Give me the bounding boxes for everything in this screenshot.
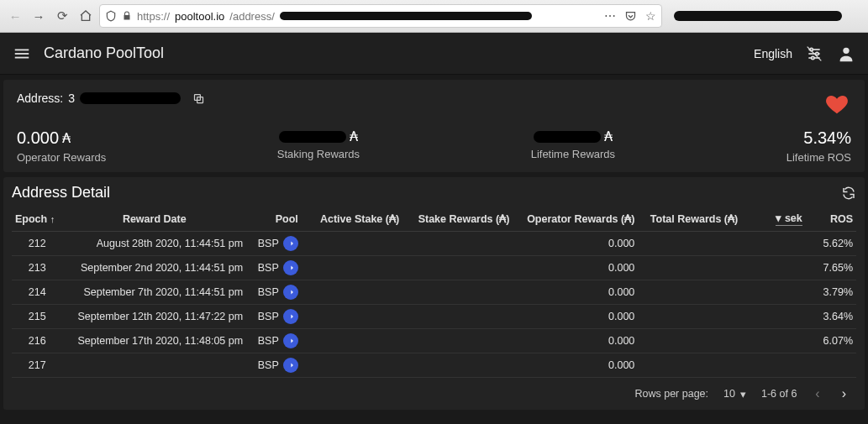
cell-ros: 7.65% [806,256,856,280]
cell-pool: BSP [246,256,302,280]
refresh-icon[interactable] [841,186,856,201]
url-host: pooltool.io [175,10,224,23]
cell-operator-rewards: 0.000 [513,353,638,378]
cell-pool: BSP [246,329,302,353]
table-row[interactable]: 214September 7th 2020, 11:44:51 pmBSP0.0… [12,280,856,305]
app-header: Cardano PoolTool English [0,33,868,75]
pool-link-icon[interactable] [283,333,298,348]
home-button[interactable] [76,6,96,26]
col-pool[interactable]: Pool [246,207,302,232]
sort-asc-icon: ↑ [50,214,55,224]
language-selector[interactable]: English [754,47,792,60]
col-reward-date[interactable]: Reward Date [62,207,246,232]
address-prefix: 3 [68,92,75,105]
col-total-rewards[interactable]: Total Rewards (₳) [638,207,741,232]
svg-rect-2 [15,56,29,58]
next-page-button[interactable]: › [839,386,850,401]
pool-ticker: BSP [258,238,279,249]
cell-total-rewards [638,305,741,329]
browser-chrome: ← → ⟳ https://pooltool.io/address/ ⋯ ☆ [0,0,868,33]
cell-currency [741,353,806,378]
stat-staking-rewards: ₳ Staking Rewards [277,128,360,164]
url-scheme: https:// [137,10,170,23]
pagination-range: 1-6 of 6 [761,388,797,400]
cell-active-stake [302,232,402,256]
star-icon[interactable]: ☆ [645,9,656,23]
pool-ticker: BSP [258,311,279,322]
cell-ros: 5.62% [806,232,856,256]
cell-stake-rewards [402,280,513,305]
cell-date: August 28th 2020, 11:44:51 pm [62,232,246,256]
table-row[interactable]: 217BSP0.000 [12,353,856,378]
cell-total-rewards [638,280,741,305]
pool-ticker: BSP [258,335,279,347]
cell-pool: BSP [246,353,302,378]
favorite-icon[interactable] [824,92,850,117]
pool-link-icon[interactable] [283,260,298,275]
svg-rect-0 [15,49,29,50]
cell-currency [741,256,806,280]
col-operator-rewards[interactable]: Operator Rewards (₳) [513,207,638,232]
cell-active-stake [302,256,402,280]
menu-icon[interactable] [12,44,32,64]
cell-epoch: 216 [12,329,62,353]
dropdown-icon: ▾ [740,388,746,400]
col-active-stake[interactable]: Active Stake (₳) [302,207,402,232]
col-ros[interactable]: ROS [806,207,856,232]
address-redacted [80,92,181,104]
cell-currency [741,305,806,329]
table-row[interactable]: 215September 12th 2020, 11:47:22 pmBSP0.… [12,305,856,329]
cell-date: September 17th 2020, 11:48:05 pm [62,329,246,353]
cell-stake-rewards [402,232,513,256]
rows-per-page-select[interactable]: 10 ▾ [723,388,746,400]
cell-pool: BSP [246,232,302,256]
reload-button[interactable]: ⟳ [52,6,72,26]
user-icon[interactable] [836,44,856,64]
copy-icon[interactable] [192,92,205,105]
table-row[interactable]: 212August 28th 2020, 11:44:51 pmBSP0.000… [12,232,856,256]
cell-date: September 2nd 2020, 11:44:51 pm [62,256,246,280]
col-currency[interactable]: ▾ sek [741,207,806,232]
chrome-tail [665,11,863,21]
shield-icon [105,10,117,22]
pool-ticker: BSP [258,286,279,298]
cell-date: September 12th 2020, 11:47:22 pm [62,305,246,329]
pool-link-icon[interactable] [283,236,298,251]
svg-rect-1 [15,53,29,55]
cell-ros: 3.64% [806,305,856,329]
cell-pool: BSP [246,280,302,305]
tune-icon[interactable] [804,44,824,64]
lifetime-rewards-redacted [534,131,601,143]
cell-ros [806,353,856,378]
col-stake-rewards[interactable]: Stake Rewards (₳) [402,207,513,232]
url-bar[interactable]: https://pooltool.io/address/ ⋯ ☆ [99,4,662,28]
more-icon[interactable]: ⋯ [604,9,616,23]
table-row[interactable]: 213September 2nd 2020, 11:44:51 pmBSP0.0… [12,256,856,280]
detail-title: Address Detail [12,184,110,202]
pool-ticker: BSP [258,262,279,274]
cell-operator-rewards: 0.000 [513,305,638,329]
cell-total-rewards [638,329,741,353]
forward-button[interactable]: → [29,6,49,26]
cell-operator-rewards: 0.000 [513,329,638,353]
detail-table: Epoch ↑ Reward Date Pool Active Stake (₳… [12,207,856,378]
cell-epoch: 215 [12,305,62,329]
ada-icon: ₳ [62,130,71,146]
pool-link-icon[interactable] [283,309,298,324]
table-row[interactable]: 216September 17th 2020, 11:48:05 pmBSP0.… [12,329,856,353]
pool-link-icon[interactable] [283,285,298,300]
cell-stake-rewards [402,353,513,378]
cell-currency [741,280,806,305]
cell-date: September 7th 2020, 11:44:51 pm [62,280,246,305]
pool-link-icon[interactable] [283,358,298,373]
address-detail: Address Detail Epoch ↑ Reward Date Pool … [3,177,865,410]
cell-total-rewards [638,232,741,256]
pocket-icon[interactable] [624,10,637,23]
back-button[interactable]: ← [5,6,25,26]
lifetime-ros-label: Lifetime ROS [786,151,851,164]
cell-operator-rewards: 0.000 [513,256,638,280]
prev-page-button[interactable]: ‹ [812,386,823,401]
address-label: Address: [17,92,63,105]
col-epoch[interactable]: Epoch ↑ [12,207,62,232]
cell-total-rewards [638,256,741,280]
